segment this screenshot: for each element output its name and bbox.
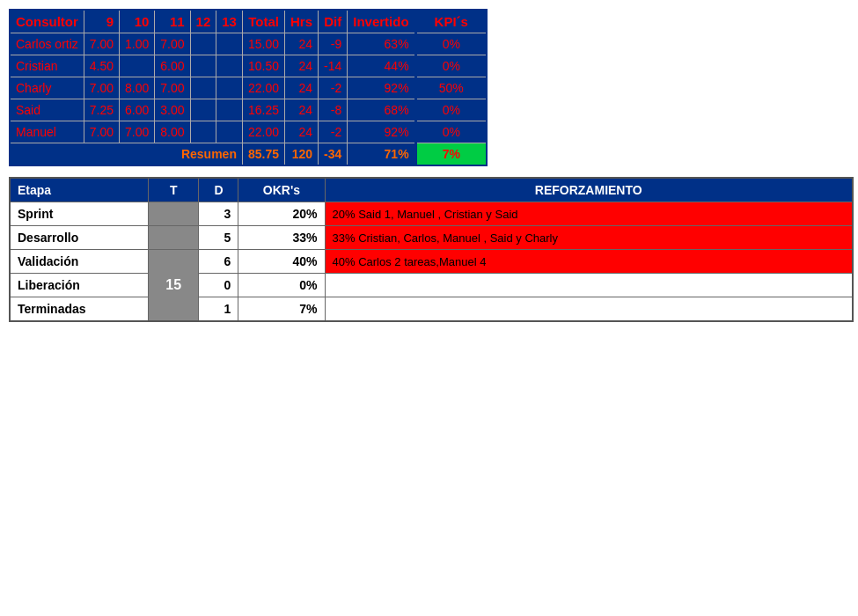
hours-9: 4.50 (84, 55, 119, 77)
etapa-label: Validación (10, 250, 148, 274)
reforzamiento-text: 40% Carlos 2 tareas,Manuel 4 (333, 255, 487, 268)
col-etapa: Etapa (10, 178, 148, 202)
etapa-row: Desarrollo 5 33% 33% Cristian, Carlos, M… (10, 226, 853, 250)
reforzamiento-cell: 20% Said 1, Manuel , Cristian y Said (325, 202, 853, 226)
etapa-row: Sprint 3 20% 20% Said 1, Manuel , Cristi… (10, 202, 853, 226)
hours-9: 7.00 (84, 33, 119, 55)
d-value: 5 (199, 226, 238, 250)
consultant-name: Said (10, 99, 84, 121)
hrs-value: 24 (285, 33, 319, 55)
reforzamiento-text: 33% Cristian, Carlos, Manuel , Said y Ch… (333, 231, 559, 245)
hours-10 (120, 55, 155, 77)
dif-value: -2 (319, 121, 348, 143)
hours-12 (190, 99, 216, 121)
reforzamiento-cell: 40% Carlos 2 tareas,Manuel 4 (325, 250, 853, 274)
invertido-value: 92% (348, 77, 415, 99)
invertido-value: 63% (348, 33, 415, 55)
col-kpi: KPI´s (416, 10, 487, 33)
kpi-row: 0% (416, 55, 487, 77)
col-okrs: OKR's (238, 178, 325, 202)
col-10: 10 (120, 10, 155, 33)
kpi-summary-value: 7% (416, 143, 487, 166)
hours-13 (216, 33, 243, 55)
total-hours: 16.25 (242, 99, 284, 121)
kpi-row: 0% (416, 99, 487, 121)
etapa-label: Desarrollo (10, 226, 148, 250)
d-value: 6 (199, 250, 238, 274)
invertido-value: 92% (348, 121, 415, 143)
hours-11: 8.00 (155, 121, 190, 143)
hours-9: 7.00 (84, 121, 119, 143)
okr-value: 7% (238, 297, 325, 322)
t-value (148, 202, 199, 226)
okr-value: 0% (238, 274, 325, 297)
hours-9: 7.25 (84, 99, 119, 121)
hours-10: 8.00 (120, 77, 155, 99)
summary-invertido: 71% (348, 143, 415, 166)
col-consultor: Consultor (10, 10, 84, 33)
consultant-name: Manuel (10, 121, 84, 143)
kpi-row: 0% (416, 33, 487, 55)
hours-11: 6.00 (155, 55, 190, 77)
hours-13 (216, 121, 243, 143)
hours-11: 3.00 (155, 99, 190, 121)
resumen-label: Resumen (10, 143, 242, 166)
hrs-value: 24 (285, 121, 319, 143)
etapa-row: Validación 15 6 40% 40% Carlos 2 tareas,… (10, 250, 853, 274)
hrs-value: 24 (285, 99, 319, 121)
table-header-row: Consultor 9 10 11 12 13 Total Hrs Dif In… (10, 10, 415, 33)
kpi-table: KPI´s 0%0%50%0%0%7% (415, 9, 488, 166)
col-dif: Dif (319, 10, 348, 33)
col-hrs: Hrs (285, 10, 319, 33)
hours-12 (190, 121, 216, 143)
kpi-value: 0% (416, 33, 487, 55)
consultant-name: Cristian (10, 55, 84, 77)
okr-value: 40% (238, 250, 325, 274)
kpi-row: 0% (416, 121, 487, 143)
d-value: 1 (199, 297, 238, 322)
kpi-header-row: KPI´s (416, 10, 487, 33)
hours-12 (190, 55, 216, 77)
hours-12 (190, 33, 216, 55)
invertido-value: 68% (348, 99, 415, 121)
table-row: Manuel 7.00 7.00 8.00 22.00 24 -2 92% (10, 121, 415, 143)
col-d: D (199, 178, 238, 202)
kpi-value: 0% (416, 99, 487, 121)
consultant-name: Charly (10, 77, 84, 99)
col-9: 9 (84, 10, 119, 33)
d-value: 3 (199, 202, 238, 226)
col-11: 11 (155, 10, 190, 33)
t-value (148, 226, 199, 250)
t-value: 15 (148, 250, 199, 322)
total-hours: 15.00 (242, 33, 284, 55)
col-reforzamiento: REFORZAMIENTO (325, 178, 853, 202)
etapa-row: Liberación 0 0% (10, 274, 853, 297)
hours-10: 7.00 (120, 121, 155, 143)
reforzamiento-cell (325, 274, 853, 297)
table-row: Said 7.25 6.00 3.00 16.25 24 -8 68% (10, 99, 415, 121)
hours-12 (190, 77, 216, 99)
reforzamiento-cell: 33% Cristian, Carlos, Manuel , Said y Ch… (325, 226, 853, 250)
col-invertido: Invertido (348, 10, 415, 33)
reforzamiento-text: 20% Said 1, Manuel , Cristian y Said (333, 208, 518, 221)
table-row: Cristian 4.50 6.00 10.50 24 -14 44% (10, 55, 415, 77)
okr-value: 33% (238, 226, 325, 250)
col-12: 12 (190, 10, 216, 33)
col-13: 13 (216, 10, 243, 33)
summary-hrs: 120 (285, 143, 319, 166)
hours-10: 6.00 (120, 99, 155, 121)
hours-13 (216, 99, 243, 121)
dif-value: -9 (319, 33, 348, 55)
reforzamiento-cell (325, 297, 853, 322)
etapa-label: Liberación (10, 274, 148, 297)
summary-total: 85.75 (242, 143, 284, 166)
hours-13 (216, 77, 243, 99)
etapa-table: Etapa T D OKR's REFORZAMIENTO Sprint 3 2… (9, 177, 854, 322)
etapa-row: Terminadas 1 7% (10, 297, 853, 322)
consultant-name: Carlos ortiz (10, 33, 84, 55)
dif-value: -2 (319, 77, 348, 99)
total-hours: 10.50 (242, 55, 284, 77)
d-value: 0 (199, 274, 238, 297)
kpi-row: 50% (416, 77, 487, 99)
col-t: T (148, 178, 199, 202)
